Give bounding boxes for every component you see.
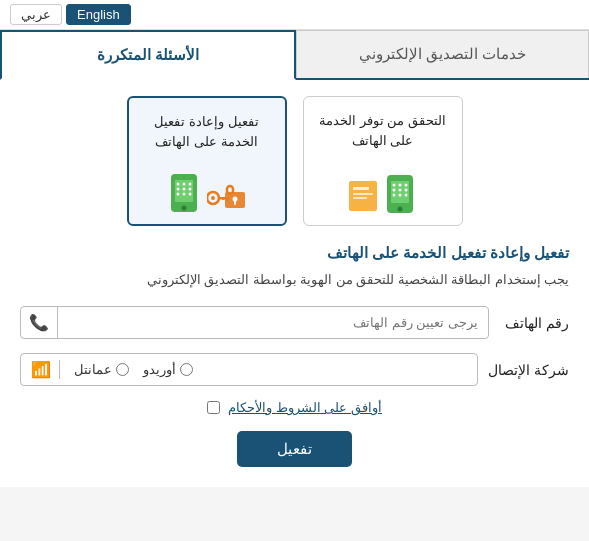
- svg-point-32: [404, 194, 407, 197]
- card-activate[interactable]: تفعيل وإعادة تفعيل الخدمة على الهاتف: [127, 96, 287, 226]
- radio-ooredoo[interactable]: أوريدو: [143, 362, 193, 377]
- radio-umantil[interactable]: عمانتل: [74, 362, 129, 377]
- svg-point-11: [181, 206, 186, 211]
- english-button[interactable]: English: [66, 4, 131, 25]
- phone-row: رقم الهاتف 📞: [20, 306, 569, 339]
- tabs-container: الأسئلة المتكررة خدمات التصديق الإلكترون…: [0, 30, 589, 80]
- svg-point-14: [188, 183, 191, 186]
- section-description: يجب إستخدام البطاقة الشخصية للتحقق من ال…: [20, 270, 569, 290]
- svg-point-29: [404, 189, 407, 192]
- terms-row: أوافق على الشروط والأحكام: [20, 400, 569, 415]
- svg-point-16: [182, 188, 185, 191]
- top-bar: English عربي: [0, 0, 589, 30]
- svg-point-18: [176, 193, 179, 196]
- tab-faq[interactable]: الأسئلة المتكررة: [0, 30, 296, 80]
- svg-rect-7: [226, 197, 229, 201]
- svg-rect-8: [222, 197, 225, 200]
- card-activate-icons: [167, 172, 247, 214]
- terms-label[interactable]: أوافق على الشروط والأحكام: [228, 400, 382, 415]
- radio-ooredoo-input[interactable]: [180, 363, 193, 376]
- operator-row: شركة الإتصال 📶 عمانتل أوريدو: [20, 353, 569, 386]
- operator-radio-wrap: 📶 عمانتل أوريدو: [20, 353, 478, 386]
- svg-point-24: [392, 184, 395, 187]
- svg-point-31: [398, 194, 401, 197]
- radio-ooredoo-label: أوريدو: [143, 362, 176, 377]
- svg-point-27: [392, 189, 395, 192]
- operator-label: شركة الإتصال: [488, 362, 569, 378]
- card-icon-check: [347, 177, 379, 215]
- terms-checkbox[interactable]: [207, 401, 220, 414]
- card-check-title: التحقق من توفر الخدمة على الهاتف: [312, 111, 454, 150]
- cards-row: تفعيل وإعادة تفعيل الخدمة على الهاتف: [20, 96, 569, 226]
- signal-icon: 📶: [31, 360, 60, 379]
- svg-rect-1: [227, 186, 233, 194]
- svg-rect-3: [234, 200, 236, 205]
- phone-label: رقم الهاتف: [499, 315, 569, 331]
- key-lock-icon: [207, 176, 247, 214]
- phone-input-wrap: 📞: [20, 306, 489, 339]
- submit-button[interactable]: تفعيل: [237, 431, 352, 467]
- svg-point-5: [211, 196, 215, 200]
- svg-point-23: [397, 207, 402, 212]
- phone-icon: 📞: [21, 307, 58, 338]
- card-check[interactable]: التحقق من توفر الخدمة على الهاتف: [303, 96, 463, 226]
- radio-umantil-label: عمانتل: [74, 362, 112, 377]
- svg-rect-35: [353, 193, 373, 195]
- svg-point-30: [392, 194, 395, 197]
- submit-wrap: تفعيل: [20, 431, 569, 467]
- svg-point-20: [188, 193, 191, 196]
- svg-point-25: [398, 184, 401, 187]
- arabic-button[interactable]: عربي: [10, 4, 62, 25]
- svg-rect-33: [349, 181, 377, 211]
- svg-point-17: [188, 188, 191, 191]
- svg-point-13: [182, 183, 185, 186]
- svg-point-19: [182, 193, 185, 196]
- main-content: تفعيل وإعادة تفعيل الخدمة على الهاتف: [0, 80, 589, 487]
- svg-point-12: [176, 183, 179, 186]
- svg-rect-36: [353, 197, 367, 199]
- svg-point-15: [176, 188, 179, 191]
- svg-rect-34: [353, 187, 369, 190]
- phone-icon-activate: [167, 172, 203, 214]
- phone-icon-check: [383, 173, 419, 215]
- section-title: تفعيل وإعادة تفعيل الخدمة على الهاتف: [20, 244, 569, 262]
- svg-point-28: [398, 189, 401, 192]
- tab-eauth[interactable]: خدمات التصديق الإلكتروني: [296, 30, 590, 78]
- phone-input[interactable]: [58, 308, 488, 337]
- card-activate-title: تفعيل وإعادة تفعيل الخدمة على الهاتف: [137, 112, 277, 151]
- radio-umantil-input[interactable]: [116, 363, 129, 376]
- card-check-icons: [347, 173, 419, 215]
- svg-point-26: [404, 184, 407, 187]
